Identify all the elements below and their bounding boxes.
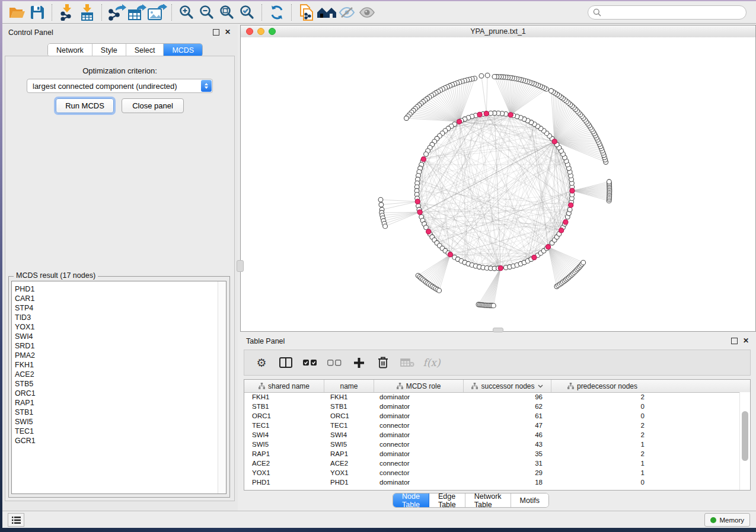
close-panel-icon[interactable]: ✕	[743, 338, 749, 344]
mcds-hub-node[interactable]	[417, 210, 422, 214]
search-input[interactable]	[588, 5, 747, 20]
select-all-icon[interactable]	[302, 355, 318, 370]
mcds-hub-node[interactable]	[498, 266, 503, 271]
import-network-icon[interactable]	[57, 4, 77, 21]
table-row[interactable]: SWI5SWI5connector431	[244, 440, 740, 449]
import-table-icon[interactable]	[77, 4, 97, 21]
table-row[interactable]: FKH1FKH1dominator962	[244, 392, 740, 402]
table-row[interactable]: SWI4SWI4dominator462	[244, 430, 740, 440]
mcds-result-item[interactable]: SRD1	[12, 341, 218, 351]
leaf-node[interactable]	[437, 289, 442, 293]
home-pair-icon[interactable]	[317, 4, 337, 21]
duplicate-network-icon[interactable]	[296, 4, 317, 21]
leaf-node[interactable]	[549, 88, 554, 93]
leaf-node[interactable]	[581, 260, 586, 265]
mcds-result-item[interactable]: SWI4	[12, 332, 218, 341]
mcds-hub-node[interactable]	[484, 111, 489, 116]
tab-network[interactable]: Network	[48, 44, 92, 56]
mcds-hub-node[interactable]	[415, 199, 420, 204]
table-row[interactable]: RAP1RAP1dominator352	[244, 449, 740, 459]
tab-edge-table[interactable]: Edge Table	[429, 493, 465, 507]
mcds-hub-node[interactable]	[426, 229, 431, 234]
table-scrollbar[interactable]	[739, 392, 750, 490]
table-row[interactable]: YOX1YOX1connector291	[244, 468, 740, 477]
tab-node-table[interactable]: Node Table	[393, 493, 429, 507]
leaf-node[interactable]	[607, 180, 611, 184]
gear-icon[interactable]: ⚙	[254, 355, 269, 370]
save-icon[interactable]	[27, 4, 47, 21]
float-panel-icon[interactable]	[213, 29, 219, 36]
mcds-hub-node[interactable]	[570, 188, 575, 193]
zoom-fit-icon[interactable]	[217, 4, 237, 21]
chevron-down-icon[interactable]	[538, 384, 543, 388]
mcds-hub-node[interactable]	[508, 113, 513, 117]
mcds-result-item[interactable]: FKH1	[12, 360, 218, 370]
mcds-hub-node[interactable]	[546, 245, 550, 249]
mcds-result-item[interactable]: TEC1	[12, 427, 218, 436]
memory-button[interactable]: Memory	[704, 513, 750, 527]
export-image-icon[interactable]	[147, 4, 167, 21]
export-table-icon[interactable]	[127, 4, 147, 21]
mcds-result-item[interactable]: CAR1	[12, 294, 218, 303]
zoom-in-icon[interactable]	[177, 4, 197, 21]
mcds-result-item[interactable]: STP4	[12, 303, 218, 313]
tab-select[interactable]: Select	[126, 44, 164, 56]
network-canvas[interactable]	[241, 37, 755, 331]
tab-mcds[interactable]: MCDS	[164, 44, 202, 56]
mcds-result-item[interactable]: ORC1	[12, 389, 218, 398]
close-panel-icon[interactable]: ✕	[225, 30, 231, 35]
mcds-result-item[interactable]: YOX1	[12, 322, 218, 332]
table-row[interactable]: PHD1PHD1dominator180	[244, 477, 740, 487]
leaf-node[interactable]	[378, 197, 383, 202]
deselect-all-icon[interactable]	[327, 355, 342, 370]
mcds-hub-node[interactable]	[559, 228, 564, 233]
leaf-node[interactable]	[383, 224, 388, 229]
leaf-node[interactable]	[379, 203, 384, 207]
refresh-icon[interactable]	[267, 4, 287, 21]
task-history-button[interactable]	[8, 513, 24, 527]
horizontal-splitter-handle[interactable]	[493, 328, 503, 332]
hide-eye-icon[interactable]	[337, 4, 357, 21]
mcds-result-item[interactable]: GCR1	[12, 436, 218, 446]
mcds-hub-node[interactable]	[477, 112, 482, 117]
mcds-result-item[interactable]: STB1	[12, 408, 218, 417]
column-header-name[interactable]: name	[324, 380, 374, 392]
table-row[interactable]: TEC1TEC1connector472	[244, 421, 740, 430]
column-header-successor-nodes[interactable]: successor nodes	[464, 380, 551, 392]
mcds-result-scrollbar[interactable]	[218, 281, 226, 493]
open-folder-icon[interactable]	[7, 4, 27, 21]
float-panel-icon[interactable]	[731, 338, 738, 344]
table-row[interactable]: ORC1ORC1dominator610	[244, 411, 740, 421]
mcds-result-item[interactable]: ACE2	[12, 370, 218, 379]
tab-style[interactable]: Style	[92, 44, 126, 56]
close-panel-button[interactable]: Close panel	[122, 98, 184, 113]
columns-icon[interactable]	[278, 355, 294, 370]
network-titlebar[interactable]: YPA_prune.txt_1	[241, 25, 755, 38]
mcds-result-item[interactable]: STB5	[12, 379, 218, 389]
mcds-hub-node[interactable]	[448, 252, 452, 257]
ring-node[interactable]	[424, 225, 429, 230]
mcds-result-item[interactable]: TID3	[12, 313, 218, 322]
table-scrollbar-thumb[interactable]	[742, 411, 748, 461]
leaf-node[interactable]	[492, 75, 497, 79]
mcds-result-item[interactable]: SWI5	[12, 417, 218, 427]
mcds-hub-node[interactable]	[563, 220, 568, 225]
column-header-shared-name[interactable]: shared name	[244, 380, 324, 392]
leaf-node[interactable]	[491, 303, 496, 308]
mcds-hub-node[interactable]	[457, 119, 461, 124]
mcds-hub-node[interactable]	[532, 255, 537, 260]
mcds-hub-node[interactable]	[569, 203, 573, 207]
leaf-node[interactable]	[479, 73, 484, 78]
tab-motifs[interactable]: Motifs	[511, 493, 548, 507]
add-column-icon[interactable]	[351, 355, 366, 370]
mcds-result-item[interactable]: PHD1	[12, 284, 218, 294]
zoom-out-icon[interactable]	[197, 4, 217, 21]
export-network-icon[interactable]	[107, 4, 127, 21]
column-header-MCDS-role[interactable]: MCDS role	[374, 380, 464, 392]
optimization-criterion-select[interactable]: largest connected component (undirected)	[27, 79, 213, 93]
show-eye-icon[interactable]	[357, 4, 377, 21]
leaf-node[interactable]	[485, 73, 490, 78]
table-row[interactable]: STB1STB1dominator620	[244, 402, 740, 411]
zoom-selected-icon[interactable]	[237, 4, 257, 21]
ring-node[interactable]	[567, 207, 572, 212]
